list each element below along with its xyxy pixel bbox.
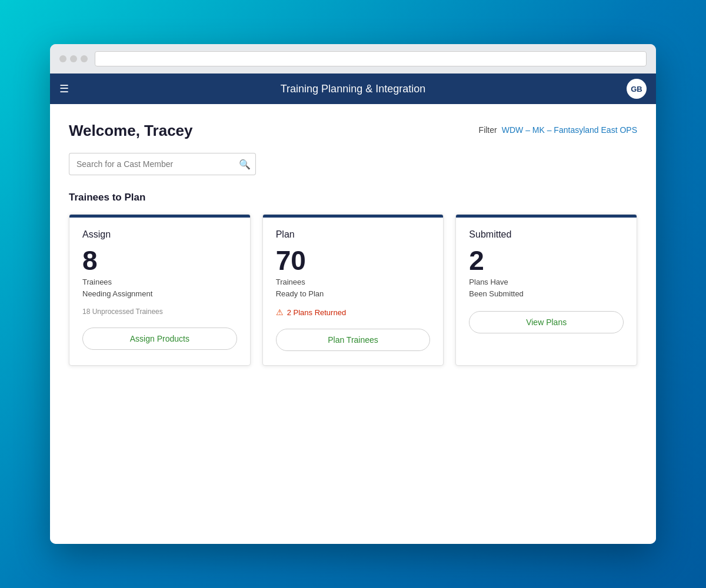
dot-green: [81, 55, 88, 62]
card-label: Assign: [82, 229, 237, 240]
app-header: ☰ Training Planning & Integration GB: [50, 74, 656, 104]
plan-card: Plan 70 Trainees Ready to Plan ⚠ 2 Plans…: [262, 214, 444, 366]
filter-label: Filter: [479, 125, 497, 135]
assign-products-button[interactable]: Assign Products: [82, 328, 237, 350]
app-title: Training Planning & Integration: [281, 83, 426, 95]
welcome-title: Welcome, Tracey: [69, 122, 193, 140]
card-desc-line2: Ready to Plan: [276, 289, 324, 298]
search-container: 🔍: [69, 153, 637, 175]
search-icon: 🔍: [239, 159, 251, 170]
section-title: Trainees to Plan: [69, 192, 637, 203]
card-number: 70: [276, 247, 431, 274]
card-number: 2: [469, 247, 624, 274]
avatar[interactable]: GB: [627, 79, 647, 99]
card-body: Submitted 2 Plans Have Been Submitted Vi…: [456, 218, 637, 348]
search-input[interactable]: [69, 153, 234, 175]
dot-yellow: [70, 55, 77, 62]
card-body: Plan 70 Trainees Ready to Plan ⚠ 2 Plans…: [263, 218, 444, 365]
card-desc-line1: Trainees: [82, 278, 112, 286]
card-label: Submitted: [469, 229, 624, 240]
plan-trainees-button[interactable]: Plan Trainees: [276, 329, 431, 351]
card-desc-line2: Been Submitted: [469, 289, 524, 298]
filter-link[interactable]: WDW – MK – Fantasyland East OPS: [502, 125, 637, 135]
card-desc-line2: Needing Assignment: [82, 289, 152, 298]
search-button[interactable]: 🔍: [234, 153, 256, 175]
filter-row: Filter WDW – MK – Fantasyland East OPS: [479, 125, 637, 135]
welcome-row: Welcome, Tracey Filter WDW – MK – Fantas…: [69, 122, 637, 140]
app-body: Welcome, Tracey Filter WDW – MK – Fantas…: [50, 104, 656, 544]
browser-chrome: [50, 44, 656, 74]
alert-triangle-icon: ⚠: [276, 308, 284, 317]
card-number: 8: [82, 247, 237, 274]
address-bar[interactable]: [95, 51, 647, 66]
card-body: Assign 8 Trainees Needing Assignment 18 …: [69, 218, 250, 364]
card-sub: 18 Unprocessed Trainees: [82, 308, 237, 316]
submitted-card: Submitted 2 Plans Have Been Submitted Vi…: [455, 214, 637, 366]
dot-red: [59, 55, 66, 62]
card-desc-line1: Plans Have: [469, 278, 508, 286]
browser-dots: [59, 55, 88, 62]
browser-window: ☰ Training Planning & Integration GB Wel…: [50, 44, 656, 544]
card-desc: Plans Have Been Submitted: [469, 276, 624, 299]
card-desc: Trainees Ready to Plan: [276, 276, 431, 299]
view-plans-button[interactable]: View Plans: [469, 311, 624, 333]
card-desc-line1: Trainees: [276, 278, 305, 286]
alert-text: 2 Plans Returned: [287, 308, 346, 317]
card-alert: ⚠ 2 Plans Returned: [276, 308, 431, 317]
cards-row: Assign 8 Trainees Needing Assignment 18 …: [69, 214, 637, 366]
card-desc: Trainees Needing Assignment: [82, 276, 237, 299]
assign-card: Assign 8 Trainees Needing Assignment 18 …: [69, 214, 251, 366]
card-label: Plan: [276, 229, 431, 240]
hamburger-icon[interactable]: ☰: [59, 83, 69, 94]
